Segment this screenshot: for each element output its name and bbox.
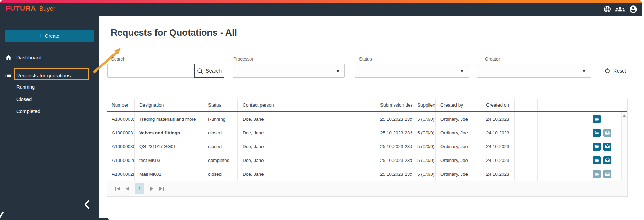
cell-status: Running — [203, 112, 238, 126]
column-header-submission-deadline[interactable]: Submission deadline — [375, 99, 412, 111]
open-mail-button[interactable] — [603, 156, 611, 164]
cell-designation: QS 231017 SG01 — [135, 140, 203, 153]
cell-status: completed — [203, 153, 238, 167]
reset-button[interactable]: Reset — [602, 67, 628, 74]
prev-page-button[interactable] — [126, 187, 129, 191]
cell-empty — [538, 112, 588, 126]
cell-created-on: 24.10.2023 — [481, 153, 515, 167]
cell-number: A10000032 — [107, 112, 135, 126]
table-row[interactable]: A10000032 Trading materials and more Run… — [107, 112, 627, 126]
cell-empty — [538, 140, 588, 153]
cell-empty — [515, 126, 538, 140]
app-logo: FUTURA Buyer — [6, 4, 55, 12]
cell-submission-deadline: 25.10.2023 23:59 Uhr — [375, 153, 412, 167]
sidebar: + Create Dashboard Requests for quotatio… — [0, 16, 99, 220]
logo-product: Buyer — [39, 5, 55, 12]
creator-select[interactable] — [477, 64, 591, 78]
last-page-button[interactable] — [159, 187, 164, 191]
cell-created-by: Ordinary, Joe — [436, 167, 481, 181]
cell-created-by: Ordinary, Joe — [436, 126, 481, 140]
create-button[interactable]: + Create — [5, 30, 94, 42]
sidebar-item-completed[interactable]: Completed — [16, 107, 40, 116]
cell-designation: Trading materials and more — [135, 112, 203, 126]
cell-submission-deadline: 25.10.2023 23:59 Uhr — [375, 167, 412, 181]
brand-gradient-strip — [0, 0, 642, 3]
open-mail-button[interactable] — [603, 129, 611, 137]
cell-contact-person: Doe, Jane — [238, 167, 375, 181]
open-folder-button[interactable] — [593, 115, 601, 123]
sidebar-item-requests-for-quotations[interactable]: Requests for quotations — [0, 69, 99, 81]
open-folder-button[interactable] — [593, 156, 601, 164]
cell-contact-person: Doe, Jane — [238, 126, 375, 140]
cell-designation: test MK03 — [135, 153, 203, 167]
chevron-down-icon — [461, 70, 463, 72]
cell-number: A10000029 — [107, 153, 135, 167]
cell-designation: Mail MK02 — [135, 167, 203, 181]
first-page-button[interactable] — [115, 187, 120, 191]
sidebar-item-running[interactable]: Running — [16, 82, 35, 92]
sidebar-item-closed[interactable]: Closed — [16, 95, 32, 104]
page-number-button[interactable]: 1 — [135, 183, 144, 194]
prev-page-icon — [126, 187, 129, 191]
cell-contact-person: Doe, Jane — [238, 140, 375, 153]
search-input[interactable] — [107, 64, 194, 78]
column-header-created-on[interactable]: Created on — [481, 99, 515, 111]
next-page-icon — [150, 187, 153, 191]
logo-futura: FUTURA — [6, 4, 36, 12]
open-mail-button[interactable] — [603, 143, 611, 151]
sidebar-subitem-label: Completed — [16, 109, 40, 114]
cell-suppliers: 5 (0/0/0) — [412, 153, 436, 167]
status-label: Status — [359, 56, 372, 62]
table-row[interactable]: A10000030 QS 231017 SG01 closed Doe, Jan… — [107, 140, 627, 153]
scroll-up-icon[interactable] — [623, 114, 626, 117]
chevron-down-icon — [336, 70, 339, 72]
cell-submission-deadline: 25.10.2023 23:59 Uhr — [375, 112, 412, 126]
undo-icon — [604, 68, 611, 74]
cell-suppliers: 5 (0/0/0) — [412, 140, 436, 153]
column-header-empty — [515, 99, 538, 111]
cell-created-on: 24.10.2023 — [481, 112, 515, 126]
globe-icon[interactable] — [603, 5, 611, 13]
table-row[interactable]: A10000031 Valves and fittings closed Doe… — [107, 126, 627, 140]
account-icon[interactable] — [629, 5, 638, 14]
creator-label: Creator — [485, 56, 500, 62]
status-select[interactable] — [355, 64, 469, 78]
chevron-down-icon — [583, 70, 586, 72]
column-header-contact-person[interactable]: Contact person — [238, 99, 375, 111]
open-folder-button[interactable] — [593, 170, 601, 178]
next-page-button[interactable] — [150, 187, 153, 191]
column-header-status[interactable]: Status — [203, 99, 238, 111]
list-icon — [4, 72, 12, 79]
first-page-icon — [117, 187, 120, 191]
column-header-created-by[interactable]: Created by — [436, 99, 481, 111]
app-window: FUTURA Buyer + Create — [0, 0, 644, 220]
open-folder-button[interactable] — [593, 129, 601, 137]
table-row[interactable]: A10000029 test MK03 completed Doe, Jane … — [107, 153, 627, 167]
search-button[interactable]: Search — [194, 64, 224, 78]
table-footer: 1 — [107, 181, 627, 196]
table-row[interactable]: A10000028 Mail MK02 closed Doe, Jane 25.… — [107, 167, 627, 181]
collapse-sidebar-button[interactable] — [83, 199, 92, 210]
top-bar: FUTURA Buyer — [0, 0, 642, 16]
first-page-icon — [115, 187, 116, 191]
cell-empty — [515, 167, 538, 181]
column-header-suppliers[interactable]: Suppliers — [412, 99, 436, 111]
open-folder-button[interactable] — [593, 143, 601, 151]
cell-contact-person: Doe, Jane — [238, 112, 375, 126]
cell-empty — [515, 112, 538, 126]
cell-number: A10000028 — [107, 167, 135, 181]
cell-empty — [538, 167, 588, 181]
table-scrollbar[interactable] — [621, 112, 627, 181]
processor-select[interactable] — [233, 64, 345, 78]
cell-empty — [538, 126, 588, 140]
last-page-icon — [159, 187, 162, 191]
sidebar-item-dashboard[interactable]: Dashboard — [0, 52, 99, 63]
users-icon[interactable] — [615, 4, 625, 14]
cell-submission-deadline: 25.10.2023 23:59 Uhr — [375, 126, 412, 140]
main-content: Requests for Quotations - All Search Pro… — [99, 16, 644, 220]
open-mail-button[interactable] — [603, 170, 611, 178]
column-header-number[interactable]: Number — [107, 99, 135, 111]
column-header-designation[interactable]: Designation — [135, 99, 203, 111]
sidebar-subitem-label: Running — [16, 84, 35, 90]
cell-submission-deadline: 25.10.2023 23:59 Uhr — [375, 140, 412, 153]
